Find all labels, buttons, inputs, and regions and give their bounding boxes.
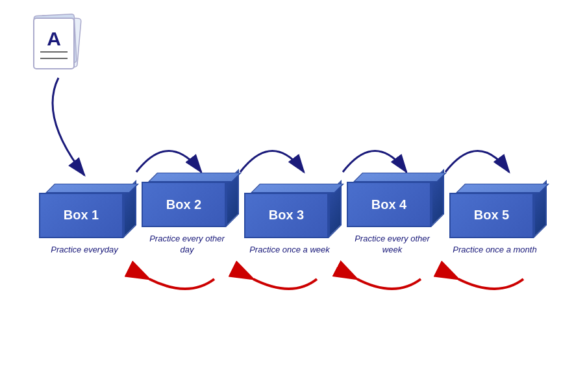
box5-label: Box 5 [474, 208, 509, 223]
box3-label: Box 3 [269, 208, 304, 223]
box2-3d: Box 2 [142, 175, 232, 227]
flashcard-icon: A [27, 12, 86, 77]
svg-text:A: A [47, 28, 61, 49]
box2-wrapper: Box 2 Practice every other day [142, 175, 232, 256]
box3-top [251, 184, 344, 193]
box2-caption: Practice every other day [145, 234, 229, 256]
box4-caption: Practice every other week [350, 234, 434, 256]
box1-wrapper: Box 1 Practice everyday [39, 186, 130, 256]
box2-front: Box 2 [142, 182, 226, 227]
box1-top [45, 184, 139, 193]
arrow-box3-back-to-box2 [253, 279, 317, 289]
arrow-card-to-box1 [53, 78, 84, 175]
arrow-box2-back-to-box1 [149, 279, 214, 289]
box4-label: Box 4 [371, 197, 406, 212]
arrow-box3-to-box4 [343, 151, 406, 173]
box5-caption: Practice once a month [453, 245, 536, 256]
arrow-box5-back-to-box4 [458, 279, 523, 289]
box5-top [456, 184, 549, 193]
arrow-box4-to-box5 [445, 151, 509, 173]
box5-wrapper: Box 5 Practice once a month [449, 186, 540, 256]
box3-3d: Box 3 [244, 186, 335, 238]
box1-label: Box 1 [64, 208, 99, 223]
arrow-box2-to-box3 [240, 151, 304, 173]
arrow-box1-to-box2 [136, 151, 201, 173]
boxes-row: Box 1 Practice everyday Box 2 Practice e… [39, 175, 540, 256]
box5-front: Box 5 [449, 193, 534, 238]
box2-top [148, 173, 242, 182]
box3-caption: Practice once a week [249, 245, 330, 256]
box5-3d: Box 5 [449, 186, 540, 238]
box4-front: Box 4 [347, 182, 431, 227]
scene: A Box 1 Practice everyday Box 2 [0, 0, 587, 392]
box2-label: Box 2 [166, 197, 201, 212]
arrow-box4-back-to-box3 [357, 279, 421, 289]
box1-caption: Practice everyday [51, 245, 118, 256]
box3-front: Box 3 [244, 193, 329, 238]
box1-3d: Box 1 [39, 186, 130, 238]
box3-wrapper: Box 3 Practice once a week [244, 186, 335, 256]
box4-wrapper: Box 4 Practice every other week [347, 175, 438, 256]
box4-top [353, 173, 447, 182]
box1-front: Box 1 [39, 193, 123, 238]
box4-3d: Box 4 [347, 175, 438, 227]
